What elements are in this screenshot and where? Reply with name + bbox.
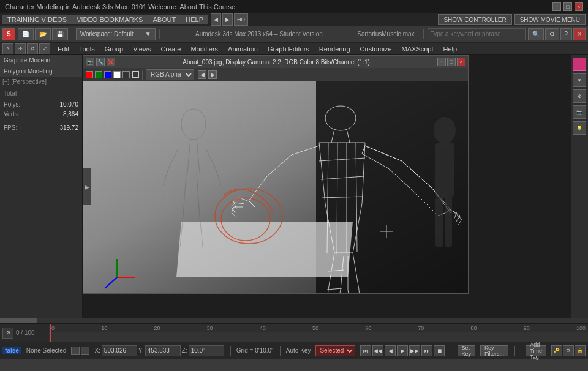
nav-next[interactable]: ▶ <box>222 13 233 26</box>
channel-select[interactable]: RGB Alpha Red Green Blue Alpha <box>146 69 194 80</box>
nav-controls: ◀ ▶ HD <box>211 13 248 26</box>
menu-maxscript[interactable]: MAXScript <box>397 44 439 54</box>
pb-prev-frame[interactable]: ◀◀ <box>372 345 383 356</box>
status-icon-a[interactable]: 🔑 <box>551 345 562 356</box>
z-input[interactable] <box>189 345 224 356</box>
new-btn[interactable]: 📄 <box>18 28 34 40</box>
color-outline[interactable] <box>132 71 139 78</box>
float-window: 📷 🔧 ❌ About_003.jpg, Display Gamma: 2.2,… <box>83 55 469 294</box>
right-btn-3[interactable]: 📷 <box>573 105 586 119</box>
color-blue[interactable] <box>104 71 111 78</box>
pb-start[interactable]: ⏮ <box>360 345 371 356</box>
t-num-60: 60 <box>365 325 371 331</box>
set-key-button[interactable]: Set Key <box>458 345 476 356</box>
menu-help2[interactable]: Help <box>439 44 462 54</box>
window-controls: − □ × <box>552 2 583 11</box>
float-maximize[interactable]: □ <box>447 58 456 66</box>
menu-customize[interactable]: Customize <box>355 44 397 54</box>
t-num-40: 40 <box>260 325 266 331</box>
menu-tools[interactable]: Tools <box>74 44 100 54</box>
status-icon2[interactable] <box>81 347 89 355</box>
pb-prev[interactable]: ◀ <box>385 345 396 356</box>
float-icon3[interactable]: ❌ <box>107 58 115 66</box>
settings-btn[interactable]: ⚙ <box>545 28 559 40</box>
menu-create[interactable]: Create <box>156 44 186 54</box>
channel-next[interactable]: ▶ <box>208 70 217 79</box>
viewport-nav-arrow[interactable]: ▶ <box>83 168 91 205</box>
verts-label: Verts: <box>4 110 20 119</box>
status-icons <box>71 347 89 355</box>
help-btn[interactable]: ? <box>560 28 573 40</box>
key-filters-button[interactable]: Key Filters... <box>480 345 508 356</box>
pb-end[interactable]: ⏭ <box>421 345 432 356</box>
right-btn-pink[interactable] <box>573 58 586 71</box>
nav-prev[interactable]: ◀ <box>211 13 221 26</box>
show-controller-button[interactable]: SHOW CONTROLLER <box>438 14 511 25</box>
menu-animation[interactable]: Animation <box>223 44 263 54</box>
scene-content[interactable] <box>83 81 468 293</box>
menu-edit[interactable]: Edit <box>53 44 74 54</box>
timeline-track[interactable]: 0 10 20 30 40 50 60 70 80 90 100 <box>49 324 588 342</box>
status-lock-icon[interactable] <box>71 347 80 355</box>
x-input[interactable] <box>102 345 137 356</box>
menu-group[interactable]: Group <box>100 44 129 54</box>
sidebar-stats: Total Polys: 10,070 Verts: 8,864 FPS: 31… <box>0 86 82 135</box>
tool-icons: ↖ ✛ ↺ ⤢ <box>2 43 50 54</box>
float-window-title: About_003.jpg, Display Gamma: 2.2, RGB C… <box>183 59 370 66</box>
float-close[interactable]: × <box>457 58 466 66</box>
search-input[interactable] <box>428 28 526 40</box>
rotate-icon[interactable]: ↺ <box>27 43 38 54</box>
save-btn[interactable]: 💾 <box>52 28 68 40</box>
menu-views[interactable]: Views <box>128 44 156 54</box>
close-button[interactable]: × <box>575 2 583 11</box>
close-app-btn[interactable]: × <box>573 28 586 40</box>
coord-display: X: Y: Z: <box>94 345 224 356</box>
menu-about[interactable]: ABOUT <box>148 15 181 24</box>
scale-icon[interactable]: ⤢ <box>39 43 50 54</box>
menu-modifiers[interactable]: Modifiers <box>186 44 223 54</box>
app-icon[interactable]: S <box>2 28 15 40</box>
menu-training-videos[interactable]: TRAINING VIDEOS <box>2 15 72 24</box>
t-num-90: 90 <box>524 325 530 331</box>
maximize-button[interactable]: □ <box>564 2 572 11</box>
color-red[interactable] <box>86 71 93 78</box>
toolbar-sep1 <box>72 29 72 39</box>
pb-stop[interactable]: ⏹ <box>434 345 445 356</box>
select-icon[interactable]: ↖ <box>2 43 13 54</box>
show-movie-menu-button[interactable]: SHOW MOVIE MENU <box>514 14 586 25</box>
scroll-thumb[interactable] <box>0 318 37 323</box>
channel-prev[interactable]: ◀ <box>198 70 206 79</box>
hd-btn[interactable]: HD <box>234 13 248 26</box>
menu-graph-editors[interactable]: Graph Editors <box>263 44 314 54</box>
right-tool-panel: ▼ ⚙ 📷 💡 <box>571 55 588 318</box>
search-btn[interactable]: 🔍 <box>528 28 544 40</box>
float-minimize[interactable]: − <box>437 58 446 66</box>
float-icon2[interactable]: 🔧 <box>96 58 105 66</box>
color-black[interactable] <box>123 71 130 78</box>
move-icon[interactable]: ✛ <box>15 43 26 54</box>
workspace-dropdown[interactable]: Workspace: Default ▼ <box>76 28 156 40</box>
timeline-playhead[interactable] <box>50 324 51 342</box>
float-toolbar: RGB Alpha Red Green Blue Alpha ◀ ▶ <box>83 68 468 81</box>
right-btn-1[interactable]: ▼ <box>573 73 586 87</box>
timeline-settings[interactable]: ⚙ <box>2 328 13 339</box>
pb-play[interactable]: ▶ <box>397 345 408 356</box>
status-icon-c[interactable]: 🔒 <box>575 345 586 356</box>
viewport-container[interactable]: 📷 🔧 ❌ About_003.jpg, Display Gamma: 2.2,… <box>83 55 588 318</box>
pb-next[interactable]: ▶▶ <box>409 345 420 356</box>
y-input[interactable] <box>145 345 181 356</box>
right-btn-4[interactable]: 💡 <box>573 121 586 135</box>
color-white[interactable] <box>113 71 121 78</box>
open-btn[interactable]: 📂 <box>35 28 51 40</box>
menu-video-bookmarks[interactable]: VIDEO BOOKMARKS <box>72 15 148 24</box>
right-btn-2[interactable]: ⚙ <box>573 89 586 103</box>
status-icon-b[interactable]: ⚙ <box>563 345 574 356</box>
autokey-select[interactable]: Selected All <box>315 345 355 356</box>
float-icon1[interactable]: 📷 <box>86 58 94 66</box>
minimize-button[interactable]: − <box>552 2 561 11</box>
menu-help[interactable]: HELP <box>181 15 208 24</box>
add-time-tag-button[interactable]: Add Time Tag <box>526 345 546 356</box>
color-green[interactable] <box>95 71 102 78</box>
menu-rendering[interactable]: Rendering <box>314 44 355 54</box>
mini-scrollbar[interactable] <box>0 318 588 323</box>
